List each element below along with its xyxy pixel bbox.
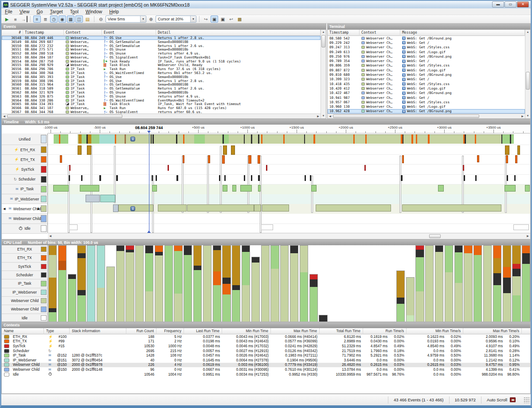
contexts-column-type[interactable]: Type xyxy=(44,328,70,334)
terminal-row[interactable]: 09.789 354Webserver Ch…iWebS: Get / xyxy=(328,59,525,63)
contexts-column-name[interactable]: Name xyxy=(2,328,44,334)
event-row[interactable]: 3655708.604 300 768IP_Taskƒ←OS_WaitEvent… xyxy=(2,71,321,75)
cpu-track-webserver-child[interactable]: Webserver Child xyxy=(2,305,47,314)
event-row[interactable]: 3656208.604 321 929IP_Taskƒ→OS_UnuseSema… xyxy=(2,90,321,94)
show-in-chart-button[interactable]: ▣ xyxy=(219,16,227,23)
events-column-Event[interactable]: Event xyxy=(102,30,156,36)
menu-item-tool[interactable]: Tool xyxy=(66,8,82,15)
event-row[interactable]: 3656608.604 341 107Webserve…▶Task RunRun… xyxy=(2,106,321,110)
events-vertical-scrollbar[interactable]: ▲ ▼ xyxy=(321,30,326,118)
contexts-panel-button[interactable]: ▦ xyxy=(67,16,74,23)
timeline-track-webserver-child[interactable]: ✉Webserver Child xyxy=(2,214,47,224)
event-row[interactable]: 3656008.604 315 964IP_Taskƒ→OS_GetSemaVa… xyxy=(2,83,321,87)
contexts-column-frequency[interactable]: Frequency xyxy=(156,328,184,334)
cpu-load-panel-button[interactable]: ◉ xyxy=(59,16,66,23)
timeline-horizontal-scrollbar[interactable]: ◀ ▶ xyxy=(48,233,530,239)
cpu-track-ip_task[interactable]: IP_Task xyxy=(2,279,47,288)
contexts-table-header[interactable]: NameTypeStack InformationRun CountFreque… xyxy=(2,328,530,334)
timeline-cursor[interactable] xyxy=(149,133,149,233)
contexts-column-min-run-time[interactable]: Min Run Time xyxy=(222,328,271,334)
terminal-row[interactable]: 10.962 428Webserver Ch…iWebS: Get /BGrou… xyxy=(328,109,525,114)
event-row[interactable]: 3655308.604 284 107Webserve…ƒ→OS_SignalE… xyxy=(2,55,321,59)
show-in-timeline-button[interactable]: ▣ xyxy=(211,16,218,23)
stop-recording-button[interactable]: ■ xyxy=(12,16,19,23)
resize-grip[interactable] xyxy=(524,397,530,403)
view-zoom-select[interactable]: View 5ms▾ xyxy=(106,16,146,23)
timeline-track-ip_task[interactable]: ✉IP_Task xyxy=(2,184,47,194)
minimize-button[interactable]: ▬ xyxy=(492,1,504,8)
cpu-track-scheduler[interactable]: Scheduler xyxy=(2,271,47,279)
log-panel-button[interactable]: ▤ xyxy=(84,16,91,23)
terminal-column-message[interactable]: Message xyxy=(400,30,525,36)
status-autoscroll[interactable]: Auto Scroll xyxy=(481,396,524,404)
event-row[interactable]: 3656108.604 318 589IP_Taskƒ←OS_GetSemaVa… xyxy=(2,86,321,90)
timeline-track-unified[interactable]: Unified xyxy=(2,133,47,145)
contexts-column-run-count[interactable]: Run Count xyxy=(126,328,156,334)
event-row[interactable]: 3655608.604 296 786IP_Task▶Task RunRuns … xyxy=(2,67,321,71)
title-bar[interactable]: SEGGER SystemView V2.52a - SEGGER start … xyxy=(1,1,531,8)
timeline-chart[interactable]: ii xyxy=(48,133,530,233)
event-row[interactable]: 3655408.604 287 750Webserve…▍▶Task Ready… xyxy=(2,59,321,63)
contexts-column-last-run-time[interactable]: Last Run Time xyxy=(184,328,222,334)
contexts-column-min-run-time-s[interactable]: Min Run Time/s xyxy=(407,328,463,334)
terminal-row[interactable]: 08.580 542Webserver Ch…iWebS: Get /BGrou… xyxy=(328,36,525,40)
event-row[interactable]: 3655908.604 308 196IP_Taskƒ←OS_UseReturn… xyxy=(2,79,321,83)
event-row[interactable]: 3656308.604 326 875IP_Taskƒ←OS_Unuseretu… xyxy=(2,94,321,98)
terminal-row[interactable]: 09.249 613Webserver Ch…iWebS: Get /Logo.… xyxy=(328,50,525,54)
terminal-row[interactable]: 10.420 412Webserver Ch…iWebS: Get /Logo.… xyxy=(328,86,525,90)
cpu-track-eth_tx[interactable]: ETH_TX xyxy=(2,254,47,262)
events-horizontal-scrollbar[interactable]: ◀ ▶ xyxy=(2,114,321,118)
event-row[interactable]: 3655008.604 272 232Webserve…ƒ←OS_GetSema… xyxy=(2,44,321,48)
context-row[interactable]: IP_Task✉@1521280 @ 0x1fff537c1428108 Hz0… xyxy=(2,353,530,358)
event-fields-button[interactable]: ≣ xyxy=(42,16,49,23)
filter-button[interactable]: ▩ xyxy=(236,16,243,23)
terminal-horizontal-scrollbar[interactable]: ◀ ▶ xyxy=(328,114,525,118)
timeline-track-systick[interactable]: ⚡SysTick xyxy=(2,165,47,174)
events-column-Detail[interactable]: Detail xyxy=(156,30,321,36)
context-row[interactable]: ETH_RX⚡#1001885 Hz0.0377 ms0.0043 ms (#1… xyxy=(2,334,530,339)
terminal-row[interactable]: 10.418 435Webserver Ch…iWebS: Get /Style… xyxy=(328,82,525,86)
terminal-row[interactable]: 10.422 467Webserver Ch…iWebS: Get /BGrou… xyxy=(328,91,525,95)
cpu-track-ip_webserver[interactable]: IP_WebServer xyxy=(2,288,47,297)
info-icon[interactable]: i xyxy=(130,137,135,141)
zoom-out-button[interactable]: ⊖ xyxy=(97,16,105,23)
goto-event-button[interactable]: ↪ xyxy=(202,16,210,23)
track-next-arrow[interactable]: ▶ xyxy=(38,207,40,211)
contexts-column-run-time-s[interactable]: Run Time/s xyxy=(363,328,407,334)
timeline-track-eth_rx[interactable]: ⚡ETH_RX xyxy=(2,145,47,155)
maximize-button[interactable]: ▭ xyxy=(505,1,516,8)
event-row[interactable]: 3656708.604 344 768Webserve…ƒ←OS_SignalE… xyxy=(2,110,321,114)
cursor-position-select[interactable]: Cursor at 20%▾ xyxy=(156,16,196,23)
context-row[interactable]: Webserver Child✉@1502000 @ 0x1fff6148960… xyxy=(2,367,530,372)
timeline-ruler[interactable]: -1000 us-500 us+500 us+1000 us+1500 us+2… xyxy=(48,125,530,133)
terminal-row[interactable]: 09.807 872Webserver Ch…iWebS: Get /Logo.… xyxy=(328,68,525,72)
info-icon[interactable]: i xyxy=(130,206,135,211)
cpu-load-chart[interactable] xyxy=(48,245,530,322)
track-prev-arrow[interactable]: ◀ xyxy=(3,207,5,211)
menu-item-go[interactable]: Go xyxy=(33,8,47,15)
contexts-column-max-run-time-s[interactable]: Max Run Time/s xyxy=(463,328,522,334)
context-row[interactable]: ETH_TX⚡#991712 Hz0.0198 ms0.0043 ms (#24… xyxy=(2,339,530,344)
timeline-track-scheduler[interactable]: ↻Scheduler xyxy=(2,175,47,184)
terminal-row[interactable]: 09.229 242Webserver Ch…iWebS: Get / xyxy=(328,40,525,45)
events-column-num[interactable]: # xyxy=(2,30,23,36)
terminal-row[interactable]: 10.399 323Webserver Ch…iWebS: Get / xyxy=(328,77,525,82)
goto-end-button[interactable]: → xyxy=(20,16,27,23)
events-table-header[interactable]: #TimestampContextEventDetail xyxy=(2,30,321,36)
event-row[interactable]: 3655208.604 280 518Webserve…ƒ←OS_Unusere… xyxy=(2,51,321,55)
chevron-down-icon[interactable]: ▾ xyxy=(140,16,146,22)
context-row[interactable]: IP_WebServer✉@1513072 @ 0x1fff0454400 Hz… xyxy=(2,358,530,363)
event-row[interactable]: 3654808.604 249 446Webserve…ƒ←OS_UseRetu… xyxy=(2,36,321,40)
close-button[interactable]: ✕ xyxy=(517,1,529,8)
cpu-track-webserver-child[interactable]: Webserver Child xyxy=(2,297,47,305)
terminal-row[interactable]: 10.960 130Webserver Ch…iWebS: Get /Logo.… xyxy=(328,104,525,109)
terminal-row[interactable]: 09.247 313Webserver Ch…iWebS: Get /Style… xyxy=(328,45,525,50)
timeline-panel-button[interactable]: ◷ xyxy=(50,16,58,23)
context-row[interactable]: Scheduler↻2695215 Hz0.0057 ms0.0027 ms (… xyxy=(2,349,530,353)
event-row[interactable]: 3655108.604 275 571Webserve…ƒ→OS_UnuseSe… xyxy=(2,47,321,51)
menu-item-window[interactable]: Window xyxy=(82,8,106,15)
menu-item-file[interactable]: File xyxy=(1,8,16,15)
events-column-Context[interactable]: Context xyxy=(64,30,102,36)
cpu-track-eth_rx[interactable]: ETH_RX xyxy=(2,245,47,254)
terminal-row[interactable]: 09.250 976Webserver Ch…iWebS: Get /BGrou… xyxy=(328,54,525,59)
